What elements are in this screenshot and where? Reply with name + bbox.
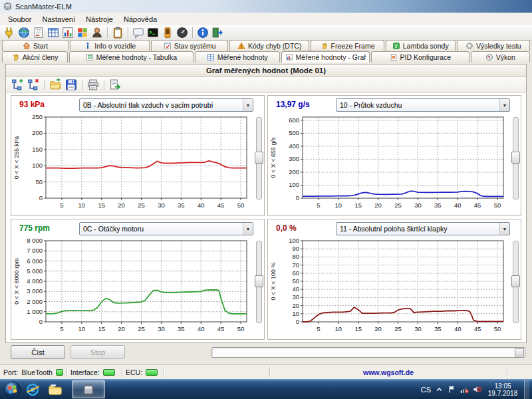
chart-panel-1: 93 kPa0B - Absloutní tlak vzduch v sacím… bbox=[11, 95, 265, 216]
export-icon[interactable] bbox=[108, 78, 122, 92]
add-graph-icon[interactable] bbox=[10, 78, 25, 92]
scanmaster-taskbar-button[interactable] bbox=[72, 380, 105, 398]
svg-text:10: 10 bbox=[292, 310, 299, 317]
chart-icon[interactable] bbox=[61, 26, 74, 39]
progress-track[interactable] bbox=[211, 347, 525, 358]
tab-info-o-vozidle[interactable]: Info o vozidle bbox=[70, 40, 150, 51]
chevron-down-icon[interactable]: ▼ bbox=[243, 99, 253, 111]
stop-button[interactable]: Stop bbox=[70, 345, 125, 359]
table-list-icon bbox=[86, 53, 94, 61]
svg-text:60: 60 bbox=[292, 269, 299, 277]
report-icon[interactable] bbox=[32, 26, 45, 39]
menu-file[interactable]: Soubor bbox=[3, 14, 37, 25]
lambda-icon bbox=[392, 42, 400, 50]
y-scale-slider-thumb[interactable] bbox=[255, 152, 263, 164]
line-chart: 010020030040050060051015202530354045500 … bbox=[268, 113, 510, 217]
start-button[interactable] bbox=[4, 381, 21, 398]
chevron-down-icon[interactable]: ▼ bbox=[499, 223, 509, 235]
menu-help[interactable]: Nápověda bbox=[118, 14, 162, 25]
table-icon[interactable] bbox=[47, 26, 60, 39]
web-icon[interactable] bbox=[17, 26, 31, 39]
svg-text:200: 200 bbox=[289, 168, 299, 176]
y-scale-slider-thumb[interactable] bbox=[511, 152, 520, 164]
tab-ak-n-leny[interactable]: Akční členy bbox=[2, 51, 68, 63]
print-icon[interactable] bbox=[86, 78, 100, 92]
tab-freeze-frame[interactable]: Freeze Frame bbox=[311, 40, 384, 51]
y-scale-slider[interactable] bbox=[513, 117, 519, 200]
tray-chevron-icon[interactable] bbox=[435, 385, 444, 394]
svg-text:50: 50 bbox=[292, 277, 299, 285]
svg-text:7 000: 7 000 bbox=[27, 247, 43, 254]
pid-select[interactable]: 0B - Absloutní tlak vzduch v sacím potru… bbox=[79, 98, 253, 112]
tab-label: Freeze Frame bbox=[331, 42, 375, 50]
svg-text:400: 400 bbox=[289, 142, 299, 150]
network-status-icon[interactable] bbox=[460, 385, 469, 394]
gauge-icon[interactable] bbox=[176, 26, 189, 39]
chevron-down-icon[interactable]: ▼ bbox=[499, 99, 509, 111]
volume-muted-icon[interactable] bbox=[473, 385, 481, 394]
home-icon bbox=[23, 42, 31, 50]
language-indicator[interactable]: CS bbox=[421, 386, 431, 394]
about-icon[interactable] bbox=[196, 26, 209, 39]
browser-taskbar-button[interactable] bbox=[21, 381, 44, 398]
actuators-icon bbox=[12, 53, 20, 61]
open-icon[interactable] bbox=[48, 78, 63, 92]
svg-text:25: 25 bbox=[138, 201, 145, 209]
website-link[interactable]: www.wgsoft.de bbox=[363, 368, 414, 376]
save-icon[interactable] bbox=[64, 78, 78, 92]
status-interface: Interface: bbox=[67, 365, 122, 379]
device-icon[interactable] bbox=[161, 26, 174, 39]
y-scale-slider[interactable] bbox=[256, 241, 262, 323]
svg-text:45: 45 bbox=[217, 201, 225, 209]
tab-k-dy-chyb-dtc-[interactable]: Kódy chyb (DTC) bbox=[229, 40, 310, 51]
menu-settings[interactable]: Nastavení bbox=[37, 14, 80, 25]
modules-icon[interactable] bbox=[76, 26, 89, 39]
chart-panel-2: 13,97 g/s10 - Průtok vzduchu▼01002003004… bbox=[267, 95, 521, 216]
y-scale-slider[interactable] bbox=[256, 117, 262, 200]
clipboard-icon[interactable] bbox=[111, 26, 124, 39]
tab-pid-konfigurace[interactable]: PID Konfigurace bbox=[371, 51, 469, 63]
tab-lambda-sondy[interactable]: Lambda sondy bbox=[386, 40, 456, 51]
svg-text:500: 500 bbox=[289, 129, 299, 136]
toolbar-separator bbox=[128, 27, 128, 38]
line-chart: 05010015020025051015202530354045500 < X … bbox=[11, 113, 253, 217]
clock[interactable]: 13:05 19.7.2018 bbox=[485, 382, 520, 397]
tab-m-en-hodnoty[interactable]: Měřené hodnoty bbox=[195, 51, 280, 63]
tab-start[interactable]: Start bbox=[2, 40, 68, 51]
svg-text:0 < X < 655 g/s: 0 < X < 655 g/s bbox=[270, 137, 277, 178]
pid-select[interactable]: 11 - Absolutní poloha škrtící klapky▼ bbox=[336, 222, 510, 235]
tab-v-sledky-testu[interactable]: Výsledky testu bbox=[457, 40, 530, 51]
footer-controls: Číst Stop bbox=[5, 344, 527, 360]
svg-text:35: 35 bbox=[434, 201, 442, 209]
user-icon[interactable] bbox=[90, 26, 104, 39]
pid-select[interactable]: 10 - Průtok vzduchu▼ bbox=[336, 98, 510, 112]
svg-text:2 000: 2 000 bbox=[27, 298, 43, 305]
connect-icon[interactable] bbox=[3, 26, 16, 39]
messages-icon[interactable] bbox=[132, 26, 145, 39]
progress-track-thumb[interactable] bbox=[515, 348, 524, 356]
tab-row-2: Akční členyMěřené hodnoty - TabulkaMěřen… bbox=[0, 51, 532, 63]
svg-text:600: 600 bbox=[289, 116, 299, 124]
chevron-down-icon[interactable]: ▼ bbox=[243, 223, 253, 235]
tab-v-kon[interactable]: Výkon bbox=[471, 51, 530, 63]
remove-graph-icon[interactable] bbox=[26, 78, 41, 92]
tab-label: Měřené hodnoty - Tabulka bbox=[96, 53, 177, 61]
explorer-taskbar-button[interactable] bbox=[44, 381, 66, 398]
tab-m-en-hodnoty-graf[interactable]: Měřené hodnoty - Graf bbox=[281, 51, 370, 63]
tab-stav-syst-mu[interactable]: Stav systému bbox=[151, 40, 227, 51]
svg-text:200: 200 bbox=[32, 129, 43, 136]
system-tray: CS 13:05 19.7.2018 bbox=[421, 380, 532, 399]
terminal-icon[interactable] bbox=[146, 26, 160, 39]
read-button[interactable]: Číst bbox=[11, 345, 65, 359]
y-scale-slider-thumb[interactable] bbox=[511, 275, 520, 287]
title-bar[interactable]: ScanMaster-ELM bbox=[0, 0, 532, 13]
tab-m-en-hodnoty-tabulka[interactable]: Měřené hodnoty - Tabulka bbox=[69, 51, 194, 63]
exit-icon[interactable] bbox=[211, 26, 224, 39]
pid-select[interactable]: 0C - Otáčky motoru▼ bbox=[79, 222, 253, 235]
y-scale-slider[interactable] bbox=[513, 241, 519, 323]
action-center-flag-icon[interactable] bbox=[448, 385, 456, 394]
menu-tools[interactable]: Nástroje bbox=[80, 14, 118, 25]
show-desktop-button[interactable] bbox=[524, 380, 529, 399]
y-scale-slider-thumb[interactable] bbox=[255, 275, 263, 287]
chart-current-value: 93 kPa bbox=[19, 100, 76, 109]
